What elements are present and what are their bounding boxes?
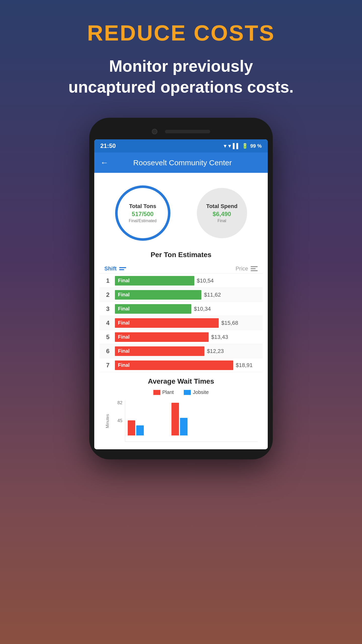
bar-7: Final: [115, 360, 233, 370]
bar-3: Final: [115, 304, 191, 314]
row-number-2: 2: [103, 291, 113, 298]
app-bar: ← Roosevelt Community Center: [94, 152, 268, 173]
plant-bar-1: [128, 420, 135, 435]
bar-rows: 1Final$10,542Final$11,623Final$10,344Fin…: [99, 274, 263, 372]
total-tons-value: 517/500: [132, 211, 154, 218]
legend-jobsite-color: [184, 390, 191, 395]
status-bar: 21:50 ▾ ▾ ▌▌ 🔋 99 %: [94, 139, 268, 152]
bar-2: Final: [115, 290, 201, 300]
bar-row-6: 6Final$12,23: [99, 344, 263, 358]
wifi-icon: ▾: [228, 143, 231, 149]
bar-wrapper-1: Final$10,54: [115, 276, 259, 286]
subtitle: Monitor previously uncaptured operations…: [68, 56, 294, 98]
battery-level: 99 %: [250, 143, 262, 149]
total-spend-circle: Total Spend $6,490 Final: [197, 188, 247, 238]
page-header: REDUCE COSTS Monitor previously uncaptur…: [58, 0, 304, 113]
bar-row-1: 1Final$10,54: [99, 274, 263, 288]
total-spend-indicator: Total Spend $6,490 Final: [197, 188, 247, 238]
bar-wrapper-2: Final$11,62: [115, 290, 259, 300]
signal-icon: ▾: [224, 143, 226, 149]
status-icons: ▾ ▾ ▌▌ 🔋 99 %: [224, 143, 262, 149]
total-spend-value: $6,490: [213, 211, 231, 218]
per-ton-title: Per Ton Estimates: [99, 248, 263, 263]
bar-group-1: [128, 420, 167, 435]
total-spend-label: Total Spend: [206, 203, 237, 210]
shift-icon: [119, 267, 126, 270]
row-number-3: 3: [103, 305, 113, 312]
legend-jobsite: Jobsite: [184, 389, 209, 395]
row-number-7: 7: [103, 362, 113, 369]
legend-jobsite-label: Jobsite: [193, 389, 209, 395]
total-tons-label: Total Tons: [129, 203, 156, 210]
summary-circles: Total Tons 517/500 Final/Estimated Total…: [99, 180, 263, 248]
status-time: 21:50: [100, 142, 116, 149]
price-label: Price: [236, 265, 248, 272]
legend-plant-color: [153, 390, 160, 395]
phone-top-bar: [94, 123, 268, 139]
y-label-45: 45: [110, 418, 122, 423]
chart-area: Minutes 82 45: [104, 400, 258, 442]
reduce-costs-title: REDUCE COSTS: [68, 20, 294, 46]
price-icon: [251, 266, 258, 271]
back-button[interactable]: ←: [100, 158, 108, 167]
price-6: $12,23: [207, 348, 224, 354]
y-label-82: 82: [110, 400, 122, 406]
plant-bar-2: [171, 403, 179, 435]
price-header: Price: [236, 265, 258, 272]
wait-times-section: Average Wait Times Plant Jobsite Minutes…: [99, 372, 263, 444]
bar-group-2: [171, 403, 211, 435]
network-icon: ▌▌: [233, 143, 240, 149]
phone-speaker: [165, 130, 210, 133]
price-5: $13,43: [211, 334, 228, 340]
bar-5: Final: [115, 332, 209, 342]
app-bar-title: Roosevelt Community Center: [113, 158, 252, 167]
bar-row-5: 5Final$13,43: [99, 330, 263, 344]
chart-header: Shift Price: [99, 263, 263, 274]
wait-legend: Plant Jobsite: [104, 389, 258, 395]
row-number-6: 6: [103, 348, 113, 355]
total-tons-sub: Final/Estimated: [129, 219, 156, 223]
total-spend-sub: Final: [217, 219, 226, 223]
y-axis: 82 45: [110, 400, 125, 442]
price-1: $10,54: [197, 277, 214, 284]
bar-row-3: 3Final$10,34: [99, 302, 263, 316]
battery-icon: 🔋: [242, 143, 248, 149]
main-content: Total Tons 517/500 Final/Estimated Total…: [94, 173, 268, 449]
y-axis-title: Minutes: [104, 400, 110, 442]
legend-plant: Plant: [153, 389, 174, 395]
bar-row-4: 4Final$15,68: [99, 316, 263, 330]
bar-row-7: 7Final$18,91: [99, 358, 263, 372]
jobsite-bar-1: [136, 425, 144, 435]
phone-screen: 21:50 ▾ ▾ ▌▌ 🔋 99 % ← Roosevelt Communit…: [94, 139, 268, 449]
bar-wrapper-3: Final$10,34: [115, 304, 259, 314]
bar-4: Final: [115, 318, 219, 328]
phone-camera: [152, 129, 157, 134]
phone-frame: 21:50 ▾ ▾ ▌▌ 🔋 99 % ← Roosevelt Communit…: [89, 118, 273, 459]
chart-bars: [125, 400, 258, 442]
row-number-5: 5: [103, 334, 113, 341]
bar-wrapper-7: Final$18,91: [115, 360, 259, 370]
price-2: $11,62: [204, 292, 221, 298]
wait-times-title: Average Wait Times: [104, 377, 258, 385]
price-3: $10,34: [194, 306, 211, 312]
bar-1: Final: [115, 276, 194, 286]
shift-header: Shift: [104, 265, 126, 272]
row-number-1: 1: [103, 277, 113, 284]
bar-6: Final: [115, 346, 204, 356]
shift-label: Shift: [104, 265, 117, 272]
jobsite-bar-2: [180, 418, 188, 435]
bar-wrapper-5: Final$13,43: [115, 332, 259, 342]
price-4: $15,68: [221, 320, 238, 326]
total-tons-circle: Total Tons 517/500 Final/Estimated: [115, 185, 170, 241]
total-tons-indicator: Total Tons 517/500 Final/Estimated: [115, 185, 170, 241]
bar-row-2: 2Final$11,62: [99, 288, 263, 302]
bar-wrapper-6: Final$12,23: [115, 346, 259, 356]
price-7: $18,91: [236, 362, 253, 369]
row-number-4: 4: [103, 319, 113, 327]
bar-wrapper-4: Final$15,68: [115, 318, 259, 328]
legend-plant-label: Plant: [162, 389, 174, 395]
